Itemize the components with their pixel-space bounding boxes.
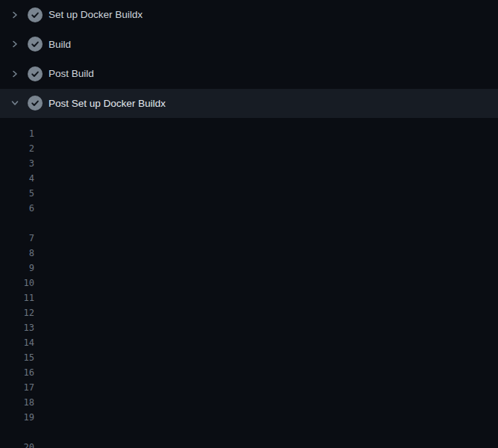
log-line: 12 ▼ time="2021-04-23T18:02:38Z" level=d…: [0, 305, 498, 320]
chevron-icon[interactable]: [9, 38, 21, 50]
log-line-number[interactable]: 12: [0, 305, 34, 320]
log-line: 19 ▼ time="2021-04-23T18:02:38Z" level=d…: [0, 410, 498, 425]
step-label: Build: [49, 39, 71, 50]
log-line-number[interactable]: 19: [0, 410, 34, 425]
log-line-number[interactable]: 9: [0, 261, 34, 276]
step-row-0[interactable]: Set up Docker Buildx: [0, 0, 498, 30]
chevron-icon[interactable]: [9, 9, 21, 21]
log-line-number[interactable]: 15: [0, 350, 34, 365]
log-line-number[interactable]: 16: [0, 365, 34, 380]
step-label: Set up Docker Buildx: [49, 9, 143, 20]
log-line: 14 ▼ time="2021-04-23T18:02:38Z" level=d…: [0, 335, 498, 350]
log-line-number[interactable]: 3: [0, 156, 34, 171]
check-circle-icon: [28, 7, 43, 22]
log-line: 17 ▼ time="2021-04-23T18:02:38Z" level=d…: [0, 380, 498, 395]
log-line: ▼ application/vnd.oci.image.index.v1+jso…: [0, 425, 498, 440]
log-line: 13 ▼ time="2021-04-23T18:02:38Z" level=d…: [0, 320, 498, 335]
chevron-icon[interactable]: [9, 97, 21, 109]
chevron-icon[interactable]: [9, 68, 21, 80]
log-line: 3 ▼ /usr/bin/docker logs buildx_buildkit…: [0, 156, 498, 171]
log-line: 8 ▼ time="2021-04-23T18:02:37Z" level=in…: [0, 246, 498, 261]
log-line-number[interactable]: 17: [0, 380, 34, 395]
log-line: 15 ▼ time="2021-04-23T18:02:38Z" level=d…: [0, 350, 498, 365]
log-line: ▼ linux/riscv64 linux/ppc64le linux/s390…: [0, 216, 498, 231]
log-line-number[interactable]: 13: [0, 320, 34, 335]
step-row-1[interactable]: Build: [0, 30, 498, 60]
log-line: 2 ▼ BuildKit container logs: [0, 141, 498, 156]
step-label: Post Build: [49, 68, 94, 79]
log-line-number[interactable]: 18: [0, 395, 34, 410]
log-line: 18 ▼ time="2021-04-23T18:02:38Z" level=d…: [0, 395, 498, 410]
log-line: 1 ▼ Post job cleanup.: [0, 126, 498, 141]
log-line: 10 ▼ time="2021-04-23T18:02:37Z" level=i…: [0, 276, 498, 290]
log-line: 20 ▼ time="2021-04-23T18:02:38Z" level=d…: [0, 440, 498, 448]
log-line: 4 ▼ time="2021-04-23T18:02:37Z" level=in…: [0, 171, 498, 186]
actions-log-viewer: Set up Docker Buildx Build P: [0, 0, 498, 448]
log-line-number[interactable]: 1: [0, 126, 34, 141]
log-line-number[interactable]: 10: [0, 276, 34, 290]
log-line: 9 ▼ time="2021-04-23T18:02:37Z" level=wa…: [0, 261, 498, 276]
step-row-3[interactable]: Post Set up Docker Buildx: [0, 89, 498, 119]
check-circle-icon: [28, 37, 43, 52]
log-line: 11 ▼ time="2021-04-23T18:02:38Z" level=d…: [0, 290, 498, 305]
log-line-number[interactable]: 8: [0, 246, 34, 261]
log-line-number[interactable]: 5: [0, 186, 34, 201]
log-line-number[interactable]: 4: [0, 171, 34, 186]
check-circle-icon: [28, 96, 43, 111]
log-line: 7 ▼ time="2021-04-23T18:02:37Z" level=wa…: [0, 231, 498, 246]
log-line: 16 ▼ time="2021-04-23T18:02:38Z" level=d…: [0, 365, 498, 380]
log-line-number[interactable]: 14: [0, 335, 34, 350]
log-line-number[interactable]: 2: [0, 141, 34, 156]
log-line-number[interactable]: 6: [0, 201, 34, 216]
step-list: Set up Docker Buildx Build P: [0, 0, 498, 118]
log-line-number[interactable]: 11: [0, 290, 34, 305]
log-line: 5 ▼ time="2021-04-23T18:02:37Z" level=wa…: [0, 186, 498, 201]
log-line: 6 ▼ time="2021-04-23T18:02:37Z" level=in…: [0, 201, 498, 216]
log-area[interactable]: 1 ▼ Post job cleanup. 2 ▼ BuildKit conta…: [0, 118, 498, 448]
step-row-2[interactable]: Post Build: [0, 59, 498, 89]
log-line-number[interactable]: 20: [0, 440, 34, 448]
log-line-number[interactable]: 7: [0, 231, 34, 246]
check-circle-icon: [28, 66, 43, 81]
step-label: Post Set up Docker Buildx: [49, 98, 166, 109]
